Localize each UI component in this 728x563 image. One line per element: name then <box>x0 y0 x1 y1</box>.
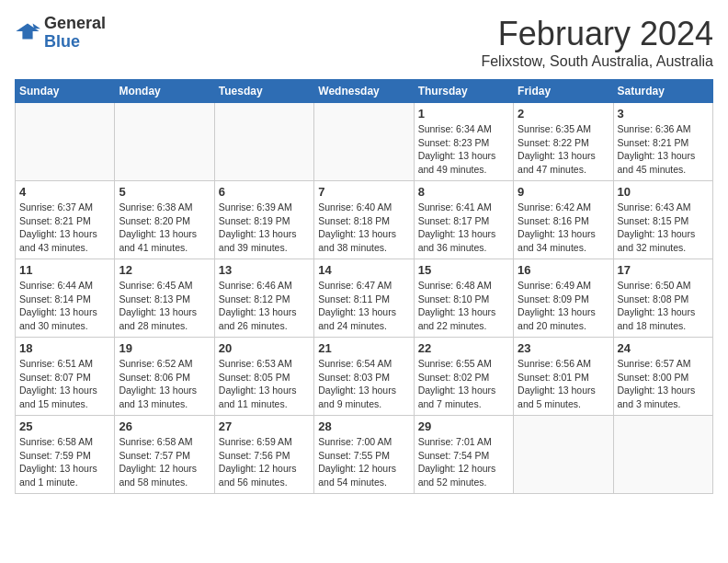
week-row-2: 11Sunrise: 6:44 AM Sunset: 8:14 PM Dayli… <box>16 259 713 338</box>
logo-blue: Blue <box>44 32 80 51</box>
day-number: 3 <box>618 107 709 121</box>
calendar-cell <box>115 103 214 181</box>
day-number: 12 <box>119 263 210 277</box>
day-number: 24 <box>618 341 709 355</box>
day-number: 15 <box>418 263 509 277</box>
day-number: 7 <box>318 185 409 199</box>
calendar-cell: 23Sunrise: 6:56 AM Sunset: 8:01 PM Dayli… <box>514 338 613 416</box>
calendar-cell: 25Sunrise: 6:58 AM Sunset: 7:59 PM Dayli… <box>16 416 115 494</box>
logo: General Blue <box>15 15 106 52</box>
day-number: 5 <box>119 185 210 199</box>
cell-sun-info: Sunrise: 6:58 AM Sunset: 7:57 PM Dayligh… <box>119 435 210 489</box>
calendar-cell: 3Sunrise: 6:36 AM Sunset: 8:21 PM Daylig… <box>613 103 712 181</box>
day-number: 18 <box>19 341 110 355</box>
weekday-header-sunday: Sunday <box>16 80 115 103</box>
weekday-header-row: SundayMondayTuesdayWednesdayThursdayFrid… <box>16 80 713 103</box>
day-number: 2 <box>518 107 609 121</box>
cell-sun-info: Sunrise: 6:41 AM Sunset: 8:17 PM Dayligh… <box>418 201 509 255</box>
cell-sun-info: Sunrise: 6:48 AM Sunset: 8:10 PM Dayligh… <box>418 279 509 333</box>
calendar-cell: 13Sunrise: 6:46 AM Sunset: 8:12 PM Dayli… <box>214 259 313 338</box>
week-row-1: 4Sunrise: 6:37 AM Sunset: 8:21 PM Daylig… <box>16 181 713 259</box>
calendar-cell: 16Sunrise: 6:49 AM Sunset: 8:09 PM Dayli… <box>514 259 613 338</box>
weekday-header-monday: Monday <box>115 80 214 103</box>
calendar-cell: 8Sunrise: 6:41 AM Sunset: 8:17 PM Daylig… <box>414 181 513 259</box>
day-number: 26 <box>119 419 210 433</box>
calendar-cell <box>214 103 313 181</box>
day-number: 6 <box>219 185 310 199</box>
day-number: 8 <box>418 185 509 199</box>
calendar-cell: 2Sunrise: 6:35 AM Sunset: 8:22 PM Daylig… <box>514 103 613 181</box>
month-year-title: February 2024 <box>481 15 713 53</box>
location-subtitle: Felixstow, South Australia, Australia <box>481 53 713 70</box>
cell-sun-info: Sunrise: 6:46 AM Sunset: 8:12 PM Dayligh… <box>219 279 310 333</box>
cell-sun-info: Sunrise: 6:36 AM Sunset: 8:21 PM Dayligh… <box>618 122 709 177</box>
logo-general: General <box>44 14 106 32</box>
calendar-cell: 18Sunrise: 6:51 AM Sunset: 8:07 PM Dayli… <box>16 338 115 416</box>
calendar-cell: 29Sunrise: 7:01 AM Sunset: 7:54 PM Dayli… <box>414 416 513 494</box>
calendar-cell: 9Sunrise: 6:42 AM Sunset: 8:16 PM Daylig… <box>514 181 613 259</box>
cell-sun-info: Sunrise: 6:55 AM Sunset: 8:02 PM Dayligh… <box>418 357 509 411</box>
day-number: 9 <box>518 185 609 199</box>
calendar-cell: 19Sunrise: 6:52 AM Sunset: 8:06 PM Dayli… <box>115 338 214 416</box>
cell-sun-info: Sunrise: 6:45 AM Sunset: 8:13 PM Dayligh… <box>119 279 210 333</box>
weekday-header-saturday: Saturday <box>613 80 712 103</box>
logo-text: General Blue <box>44 15 106 52</box>
calendar-cell <box>16 103 115 181</box>
day-number: 11 <box>19 263 110 277</box>
day-number: 23 <box>518 341 609 355</box>
cell-sun-info: Sunrise: 6:40 AM Sunset: 8:18 PM Dayligh… <box>318 201 409 255</box>
day-number: 29 <box>418 419 509 433</box>
calendar-cell <box>514 416 613 494</box>
calendar-cell: 22Sunrise: 6:55 AM Sunset: 8:02 PM Dayli… <box>414 338 513 416</box>
calendar-cell: 12Sunrise: 6:45 AM Sunset: 8:13 PM Dayli… <box>115 259 214 338</box>
day-number: 1 <box>418 107 509 121</box>
calendar-cell: 17Sunrise: 6:50 AM Sunset: 8:08 PM Dayli… <box>613 259 712 338</box>
cell-sun-info: Sunrise: 6:58 AM Sunset: 7:59 PM Dayligh… <box>19 435 110 489</box>
day-number: 10 <box>618 185 709 199</box>
title-block: February 2024 Felixstow, South Australia… <box>481 15 713 70</box>
logo-bird-icon <box>15 18 40 44</box>
calendar-cell: 7Sunrise: 6:40 AM Sunset: 8:18 PM Daylig… <box>314 181 414 259</box>
cell-sun-info: Sunrise: 6:38 AM Sunset: 8:20 PM Dayligh… <box>119 201 210 255</box>
day-number: 22 <box>418 341 509 355</box>
calendar-cell: 6Sunrise: 6:39 AM Sunset: 8:19 PM Daylig… <box>214 181 313 259</box>
calendar-cell: 15Sunrise: 6:48 AM Sunset: 8:10 PM Dayli… <box>414 259 513 338</box>
day-number: 20 <box>219 341 310 355</box>
calendar-cell: 26Sunrise: 6:58 AM Sunset: 7:57 PM Dayli… <box>115 416 214 494</box>
calendar-cell: 20Sunrise: 6:53 AM Sunset: 8:05 PM Dayli… <box>214 338 313 416</box>
week-row-3: 18Sunrise: 6:51 AM Sunset: 8:07 PM Dayli… <box>16 338 713 416</box>
weekday-header-wednesday: Wednesday <box>314 80 414 103</box>
day-number: 21 <box>318 341 409 355</box>
calendar-cell: 27Sunrise: 6:59 AM Sunset: 7:56 PM Dayli… <box>214 416 313 494</box>
weekday-header-friday: Friday <box>514 80 613 103</box>
calendar-cell: 10Sunrise: 6:43 AM Sunset: 8:15 PM Dayli… <box>613 181 712 259</box>
day-number: 17 <box>618 263 709 277</box>
day-number: 14 <box>318 263 409 277</box>
calendar-table: SundayMondayTuesdayWednesdayThursdayFrid… <box>15 79 713 494</box>
week-row-4: 25Sunrise: 6:58 AM Sunset: 7:59 PM Dayli… <box>16 416 713 494</box>
calendar-cell: 4Sunrise: 6:37 AM Sunset: 8:21 PM Daylig… <box>16 181 115 259</box>
weekday-header-tuesday: Tuesday <box>214 80 313 103</box>
calendar-cell: 28Sunrise: 7:00 AM Sunset: 7:55 PM Dayli… <box>314 416 414 494</box>
cell-sun-info: Sunrise: 6:50 AM Sunset: 8:08 PM Dayligh… <box>618 279 709 333</box>
cell-sun-info: Sunrise: 6:59 AM Sunset: 7:56 PM Dayligh… <box>219 435 310 489</box>
cell-sun-info: Sunrise: 6:53 AM Sunset: 8:05 PM Dayligh… <box>219 357 310 411</box>
cell-sun-info: Sunrise: 6:49 AM Sunset: 8:09 PM Dayligh… <box>518 279 609 333</box>
cell-sun-info: Sunrise: 6:52 AM Sunset: 8:06 PM Dayligh… <box>119 357 210 411</box>
cell-sun-info: Sunrise: 6:51 AM Sunset: 8:07 PM Dayligh… <box>19 357 110 411</box>
cell-sun-info: Sunrise: 6:57 AM Sunset: 8:00 PM Dayligh… <box>618 357 709 411</box>
cell-sun-info: Sunrise: 6:56 AM Sunset: 8:01 PM Dayligh… <box>518 357 609 411</box>
day-number: 13 <box>219 263 310 277</box>
calendar-cell <box>314 103 414 181</box>
cell-sun-info: Sunrise: 6:37 AM Sunset: 8:21 PM Dayligh… <box>19 201 110 255</box>
cell-sun-info: Sunrise: 6:39 AM Sunset: 8:19 PM Dayligh… <box>219 201 310 255</box>
calendar-cell <box>613 416 712 494</box>
calendar-cell: 1Sunrise: 6:34 AM Sunset: 8:23 PM Daylig… <box>414 103 513 181</box>
cell-sun-info: Sunrise: 6:44 AM Sunset: 8:14 PM Dayligh… <box>19 279 110 333</box>
svg-marker-1 <box>33 23 40 29</box>
day-number: 19 <box>119 341 210 355</box>
calendar-cell: 24Sunrise: 6:57 AM Sunset: 8:00 PM Dayli… <box>613 338 712 416</box>
cell-sun-info: Sunrise: 7:01 AM Sunset: 7:54 PM Dayligh… <box>418 435 509 489</box>
calendar-cell: 14Sunrise: 6:47 AM Sunset: 8:11 PM Dayli… <box>314 259 414 338</box>
cell-sun-info: Sunrise: 6:43 AM Sunset: 8:15 PM Dayligh… <box>618 201 709 255</box>
